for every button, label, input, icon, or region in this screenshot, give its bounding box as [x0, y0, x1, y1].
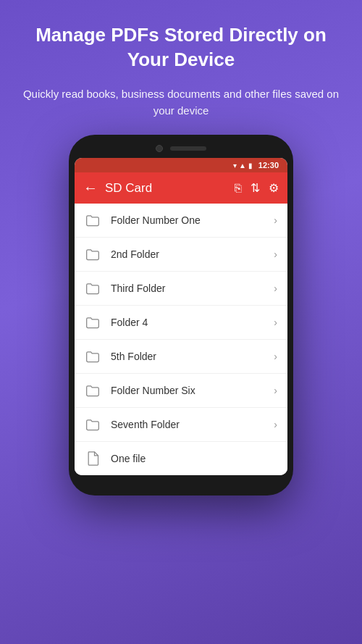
- list-item[interactable]: 2nd Folder›: [75, 238, 287, 272]
- list-item[interactable]: One file: [75, 442, 287, 475]
- phone-mockup: ▾ ▲ ▮ 12:30 ← SD Card ⎘ ⇅ ⚙: [69, 135, 293, 495]
- list-item[interactable]: 5th Folder›: [75, 340, 287, 374]
- sort-icon[interactable]: ⇅: [251, 181, 260, 195]
- phone-bottom: [75, 475, 287, 485]
- file-name: Folder Number Six: [111, 385, 274, 396]
- chevron-right-icon: ›: [274, 419, 277, 430]
- file-name: Folder 4: [111, 317, 274, 328]
- file-name: Folder Number One: [111, 214, 274, 226]
- file-name: Third Folder: [111, 283, 274, 294]
- app-toolbar: ← SD Card ⎘ ⇅ ⚙: [75, 172, 287, 204]
- folder-icon: [85, 212, 101, 228]
- phone-top-decorations: [75, 145, 287, 152]
- status-bar: ▾ ▲ ▮ 12:30: [75, 158, 287, 172]
- list-item[interactable]: Third Folder›: [75, 272, 287, 306]
- list-item[interactable]: Seventh Folder›: [75, 408, 287, 442]
- hero-title: Manage PDFs Stored Directly on Your Devi…: [22, 23, 340, 72]
- folder-icon: [85, 280, 101, 296]
- list-item[interactable]: Folder Number Six›: [75, 374, 287, 408]
- folder-icon: [85, 348, 101, 364]
- phone-screen: ▾ ▲ ▮ 12:30 ← SD Card ⎘ ⇅ ⚙: [75, 158, 287, 475]
- hero-section: Manage PDFs Stored Directly on Your Devi…: [0, 0, 362, 127]
- file-icon: [85, 451, 101, 467]
- settings-icon[interactable]: ⚙: [269, 181, 279, 195]
- toolbar-title: SD Card: [105, 181, 227, 196]
- folder-icon: [85, 246, 101, 262]
- folder-icon: [85, 382, 101, 398]
- battery-icon: ▮: [248, 162, 253, 170]
- chevron-right-icon: ›: [274, 317, 277, 328]
- file-name: 2nd Folder: [111, 248, 274, 260]
- toolbar-actions: ⎘ ⇅ ⚙: [235, 181, 279, 195]
- speaker-grill: [170, 146, 206, 151]
- list-item[interactable]: Folder Number One›: [75, 204, 287, 238]
- wifi-icon: ▾: [233, 162, 237, 170]
- chevron-right-icon: ›: [274, 351, 277, 362]
- list-item[interactable]: Folder 4›: [75, 306, 287, 340]
- copy-icon[interactable]: ⎘: [235, 182, 242, 195]
- signal-icon: ▲: [239, 162, 246, 170]
- status-time: 12:30: [258, 161, 279, 170]
- status-icons: ▾ ▲ ▮: [233, 162, 253, 170]
- file-list: Folder Number One› 2nd Folder› Third Fol…: [75, 204, 287, 475]
- chevron-right-icon: ›: [274, 214, 277, 226]
- chevron-right-icon: ›: [274, 283, 277, 294]
- folder-icon: [85, 417, 101, 432]
- hero-subtitle: Quickly read books, business documents a…: [22, 85, 340, 120]
- back-button[interactable]: ←: [83, 180, 98, 196]
- folder-icon: [85, 314, 101, 330]
- file-name: Seventh Folder: [111, 419, 274, 430]
- camera-dot: [156, 145, 163, 152]
- file-name: 5th Folder: [111, 351, 274, 362]
- chevron-right-icon: ›: [274, 385, 277, 396]
- chevron-right-icon: ›: [274, 248, 277, 260]
- file-name: One file: [111, 453, 277, 464]
